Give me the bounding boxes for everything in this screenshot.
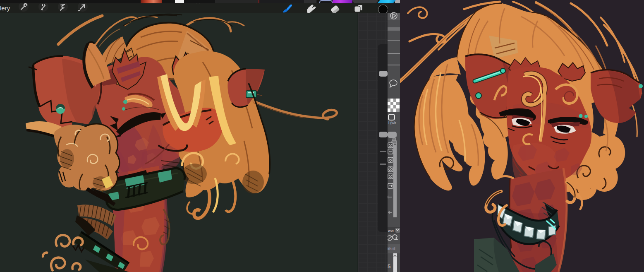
svg-text:l (wit: l (wit xyxy=(388,121,396,125)
svg-text:wer: wer xyxy=(388,229,394,233)
svg-text:5: 5 xyxy=(388,263,390,270)
svg-text:ith til: ith til xyxy=(388,247,395,251)
